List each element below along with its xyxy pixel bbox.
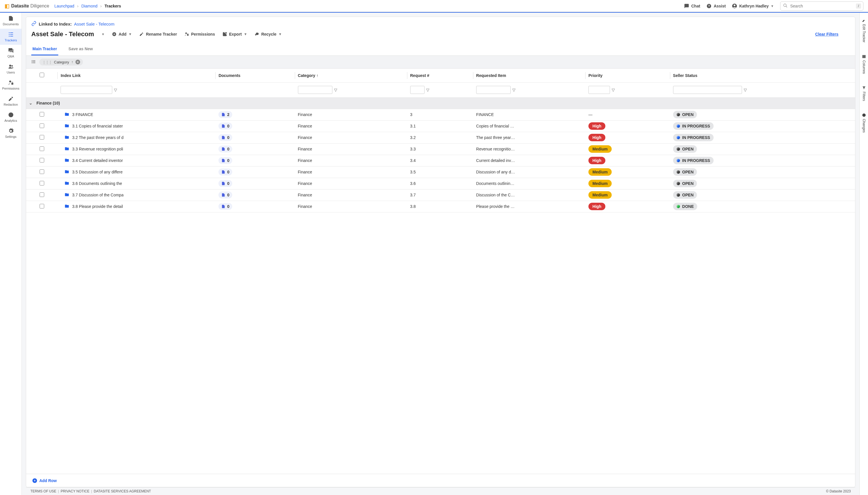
- breadcrumb-project[interactable]: Diamond: [81, 4, 97, 8]
- filter-icon[interactable]: ▽: [612, 88, 615, 92]
- filter-status[interactable]: [673, 86, 742, 94]
- row-checkbox[interactable]: [40, 135, 44, 139]
- documents-pill[interactable]: 0: [219, 203, 232, 210]
- table-row[interactable]: 3.6 Documents outlining the 0 Finance 3.…: [26, 178, 855, 189]
- drag-handle-icon[interactable]: ⋮⋮⋮: [42, 60, 52, 64]
- table-row[interactable]: 3.7 Discussion of the Compa 0 Finance 3.…: [26, 189, 855, 201]
- table-row[interactable]: 3.4 Current detailed inventor 0 Finance …: [26, 155, 855, 166]
- status-badge[interactable]: OPEN: [673, 168, 697, 176]
- linked-target-link[interactable]: Asset Sale - Telecom: [74, 21, 115, 27]
- filter-icon[interactable]: ▽: [334, 88, 337, 92]
- rail-filters[interactable]: Filters: [862, 86, 866, 101]
- table-row[interactable]: 3.8 Please provide the detail 0 Finance …: [26, 201, 855, 212]
- footer-terms[interactable]: TERMS OF USE: [31, 489, 56, 493]
- sort-up-icon[interactable]: ↑: [71, 60, 73, 64]
- index-link-cell[interactable]: 3.2 The past three years of d: [60, 135, 213, 140]
- sidebar-item-users[interactable]: Users: [0, 61, 21, 77]
- title-dropdown[interactable]: ▼: [101, 32, 104, 36]
- sidebar-item-trackers[interactable]: Trackers: [0, 29, 21, 45]
- rail-edit-tracker[interactable]: Edit Tracker: [862, 18, 866, 42]
- footer-privacy[interactable]: PRIVACY NOTICE: [60, 489, 89, 493]
- chat-button[interactable]: Chat: [684, 3, 700, 8]
- table-row[interactable]: 3 FINANCE 2 Finance 3 FINANCE — OPEN: [26, 109, 855, 120]
- priority-badge[interactable]: High: [588, 157, 605, 164]
- table-row[interactable]: 3.1 Copies of financial stater 0 Finance…: [26, 120, 855, 132]
- filter-request[interactable]: [410, 86, 424, 94]
- priority-badge[interactable]: Medium: [588, 168, 612, 176]
- filter-icon[interactable]: ▽: [513, 88, 516, 92]
- sidebar-item-qa[interactable]: Q&A: [0, 45, 21, 61]
- status-badge[interactable]: OPEN: [673, 145, 697, 153]
- status-badge[interactable]: DONE: [673, 203, 697, 210]
- footer-dsa[interactable]: DATASITE SERVICES AGREEMENT: [94, 489, 151, 493]
- row-checkbox[interactable]: [40, 147, 44, 151]
- priority-badge[interactable]: High: [588, 134, 605, 141]
- col-request-no[interactable]: Request #: [410, 73, 429, 78]
- documents-pill[interactable]: 0: [219, 157, 232, 164]
- sidebar-item-redaction[interactable]: Redaction: [0, 93, 21, 109]
- index-link-cell[interactable]: 3 FINANCE: [60, 112, 213, 117]
- priority-badge[interactable]: Medium: [588, 191, 612, 199]
- index-link-cell[interactable]: 3.1 Copies of financial stater: [60, 123, 213, 129]
- col-category[interactable]: Category: [298, 73, 315, 78]
- group-row-finance[interactable]: ⌄ Finance (10): [26, 97, 855, 109]
- documents-pill[interactable]: 0: [219, 134, 232, 141]
- sidebar-item-analytics[interactable]: Analytics: [0, 109, 21, 125]
- priority-badge[interactable]: Medium: [588, 180, 612, 187]
- assist-button[interactable]: ? Assist: [707, 3, 726, 8]
- documents-pill[interactable]: 2: [219, 111, 232, 118]
- documents-pill[interactable]: 0: [219, 180, 232, 187]
- row-checkbox[interactable]: [40, 204, 44, 208]
- permissions-button[interactable]: Permissions: [185, 32, 215, 36]
- filter-category[interactable]: [298, 86, 332, 94]
- filter-icon[interactable]: ▽: [114, 88, 117, 92]
- priority-badge[interactable]: High: [588, 122, 605, 130]
- row-checkbox[interactable]: [40, 123, 44, 128]
- documents-pill[interactable]: 0: [219, 146, 232, 152]
- col-requested-item[interactable]: Requested Item: [476, 73, 506, 78]
- sidebar-item-settings[interactable]: Settings: [0, 125, 21, 141]
- add-row-button[interactable]: + Add Row: [32, 478, 57, 483]
- priority-badge[interactable]: High: [588, 203, 605, 210]
- status-badge[interactable]: OPEN: [673, 180, 697, 187]
- breadcrumb-launchpad[interactable]: Launchpad: [54, 4, 74, 8]
- row-checkbox[interactable]: [40, 169, 44, 174]
- search-input[interactable]: [780, 1, 863, 11]
- recycle-button[interactable]: Recycle ▼: [255, 32, 282, 36]
- filter-priority[interactable]: [588, 86, 610, 94]
- table-row[interactable]: 3.3 Revenue recognition poli 0 Finance 3…: [26, 143, 855, 155]
- remove-group-button[interactable]: ✕: [75, 60, 80, 64]
- tab-save-as-new[interactable]: Save as New: [67, 43, 94, 55]
- logo[interactable]: ◧ Datasite Diligence: [5, 3, 49, 9]
- tab-main-tracker[interactable]: Main Tracker: [31, 43, 58, 55]
- table-row[interactable]: 3.5 Discussion of any differe 0 Finance …: [26, 166, 855, 178]
- index-link-cell[interactable]: 3.7 Discussion of the Compa: [60, 192, 213, 198]
- index-link-cell[interactable]: 3.4 Current detailed inventor: [60, 158, 213, 164]
- col-priority[interactable]: Priority: [588, 73, 603, 78]
- index-link-cell[interactable]: 3.5 Discussion of any differe: [60, 169, 213, 175]
- select-all-checkbox[interactable]: [40, 73, 44, 77]
- table-row[interactable]: 3.2 The past three years of d 0 Finance …: [26, 132, 855, 143]
- status-badge[interactable]: IN PROGRESS: [673, 157, 714, 164]
- documents-pill[interactable]: 0: [219, 169, 232, 175]
- status-badge[interactable]: OPEN: [673, 111, 697, 118]
- filter-icon[interactable]: ▽: [744, 88, 747, 92]
- add-button[interactable]: Add ▼: [112, 32, 132, 36]
- filter-icon[interactable]: ▽: [426, 88, 429, 92]
- documents-pill[interactable]: 0: [219, 123, 232, 130]
- rail-columns[interactable]: Columns: [862, 54, 866, 74]
- group-chip-category[interactable]: ⋮⋮⋮ Category ↑ ✕: [39, 58, 83, 66]
- user-menu[interactable]: Kathryn Hadley ▼: [732, 3, 774, 8]
- status-badge[interactable]: IN PROGRESS: [673, 134, 714, 141]
- col-seller-status[interactable]: Seller Status: [673, 73, 697, 78]
- rename-button[interactable]: Rename Tracker: [139, 32, 177, 36]
- col-index-link[interactable]: Index Link: [60, 73, 80, 78]
- sidebar-item-documents[interactable]: Documents: [0, 13, 21, 29]
- row-checkbox[interactable]: [40, 181, 44, 186]
- row-checkbox[interactable]: [40, 192, 44, 197]
- documents-pill[interactable]: 0: [219, 191, 232, 199]
- index-link-cell[interactable]: 3.8 Please provide the detail: [60, 204, 213, 209]
- sidebar-item-permissions[interactable]: Permissions: [0, 77, 21, 93]
- col-documents[interactable]: Documents: [219, 73, 240, 78]
- clear-filters-link[interactable]: Clear Filters: [815, 32, 838, 36]
